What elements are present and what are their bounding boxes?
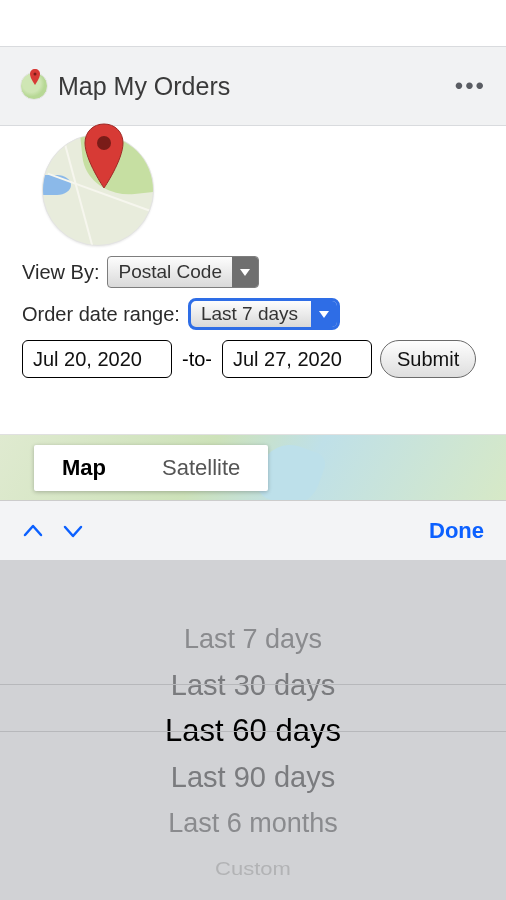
page-title: Map My Orders	[58, 72, 230, 101]
app-header: Map My Orders •••	[0, 46, 506, 126]
map-pin-icon	[82, 122, 126, 190]
picker-option-selected[interactable]: Last 60 days	[165, 708, 341, 754]
header-left: Map My Orders	[20, 72, 230, 101]
map-canvas[interactable]: Map Satellite	[0, 434, 506, 504]
picker-option[interactable]: Last 6 months	[168, 800, 338, 846]
picker-wheel[interactable]: Last 7 days Last 30 days Last 60 days La…	[0, 560, 506, 900]
order-date-range-value: Last 7 days	[191, 301, 311, 327]
date-from-value: Jul 20, 2020	[33, 348, 142, 371]
date-to-value: Jul 27, 2020	[233, 348, 342, 371]
order-date-range-label: Order date range:	[22, 303, 180, 326]
submit-button[interactable]: Submit	[380, 340, 476, 378]
picker-accessory-bar: Done	[0, 500, 506, 560]
tab-satellite[interactable]: Satellite	[134, 445, 268, 491]
date-range-separator: -to-	[180, 348, 214, 371]
dropdown-arrow-icon	[232, 257, 258, 287]
done-button[interactable]: Done	[429, 518, 484, 544]
date-to-input[interactable]: Jul 27, 2020	[222, 340, 372, 378]
more-menu-icon[interactable]: •••	[455, 72, 486, 100]
view-by-select[interactable]: Postal Code	[107, 256, 259, 288]
svg-point-0	[34, 73, 37, 76]
dropdown-arrow-icon	[311, 301, 337, 327]
view-by-label: View By:	[22, 261, 99, 284]
chevron-up-icon[interactable]	[22, 520, 44, 542]
picker-option[interactable]: Custom	[215, 851, 291, 888]
picker-option[interactable]: Last 7 days	[184, 616, 322, 662]
map-type-control: Map Satellite	[34, 445, 268, 491]
picker-option[interactable]: Last 90 days	[171, 754, 335, 800]
svg-point-1	[97, 136, 111, 150]
chevron-down-icon[interactable]	[62, 520, 84, 542]
app-logo-small	[20, 72, 48, 100]
view-by-value: Postal Code	[108, 257, 232, 287]
picker-option[interactable]: Last 30 days	[171, 662, 335, 708]
order-date-range-select[interactable]: Last 7 days	[188, 298, 340, 330]
tab-map[interactable]: Map	[34, 445, 134, 491]
filter-panel: View By: Postal Code Order date range: L…	[0, 126, 506, 398]
app-logo-large	[42, 134, 154, 246]
map-pin-icon	[30, 69, 40, 85]
date-from-input[interactable]: Jul 20, 2020	[22, 340, 172, 378]
